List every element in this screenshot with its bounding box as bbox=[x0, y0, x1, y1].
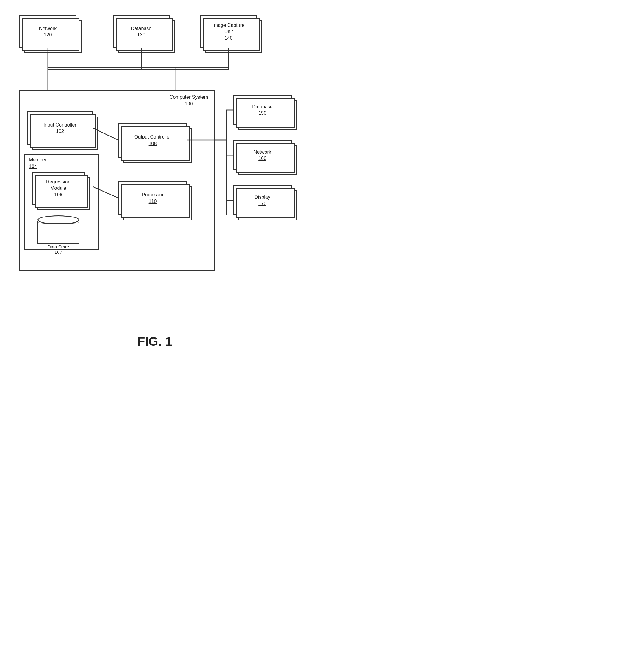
processor-110-number: 110 bbox=[149, 199, 157, 204]
network-160-number: 160 bbox=[258, 156, 266, 161]
data-store-107-label: Data Store bbox=[48, 244, 69, 249]
figure-label: FIG. 1 bbox=[137, 334, 173, 349]
display-170-label: Display bbox=[255, 194, 270, 201]
memory-104-number: 104 bbox=[28, 164, 37, 169]
database-150-label: Database bbox=[252, 104, 273, 110]
data-store-107-number: 107 bbox=[55, 249, 62, 254]
database-130-number: 130 bbox=[137, 32, 145, 38]
database-130-box: Database 130 bbox=[113, 15, 170, 48]
network-160-label: Network bbox=[254, 149, 271, 156]
processor-110-label: Processor bbox=[142, 192, 163, 198]
network-120-label: Network bbox=[39, 25, 57, 32]
image-capture-140-label: Image CaptureUnit bbox=[213, 22, 245, 35]
network-160-box: Network 160 bbox=[233, 140, 292, 170]
data-store-107-container: Data Store 107 bbox=[32, 216, 85, 254]
output-controller-108-number: 108 bbox=[149, 141, 157, 146]
computer-system-label: Computer System 100 bbox=[169, 94, 208, 107]
network-120-number: 120 bbox=[44, 32, 52, 38]
input-controller-102-number: 102 bbox=[56, 129, 64, 134]
display-170-number: 170 bbox=[258, 201, 266, 206]
output-controller-108-box: Output Controller 108 bbox=[118, 123, 187, 158]
database-150-number: 150 bbox=[258, 111, 266, 116]
regression-module-106-box: RegressionModule 106 bbox=[32, 172, 85, 205]
regression-module-106-label: RegressionModule bbox=[46, 179, 70, 192]
network-120-box: Network 120 bbox=[19, 15, 76, 48]
display-170-box: Display 170 bbox=[233, 185, 292, 216]
input-controller-102-box: Input Controller 102 bbox=[27, 112, 93, 144]
database-130-label: Database bbox=[131, 25, 152, 32]
image-capture-140-box: Image CaptureUnit 140 bbox=[200, 15, 257, 48]
database-150-box: Database 150 bbox=[233, 95, 292, 125]
output-controller-108-label: Output Controller bbox=[134, 134, 171, 140]
processor-110-box: Processor 110 bbox=[118, 181, 187, 216]
memory-104-label: Memory bbox=[28, 157, 46, 163]
regression-module-106-number: 106 bbox=[54, 192, 62, 198]
input-controller-102-label: Input Controller bbox=[43, 122, 76, 128]
image-capture-140-number: 140 bbox=[225, 36, 233, 41]
